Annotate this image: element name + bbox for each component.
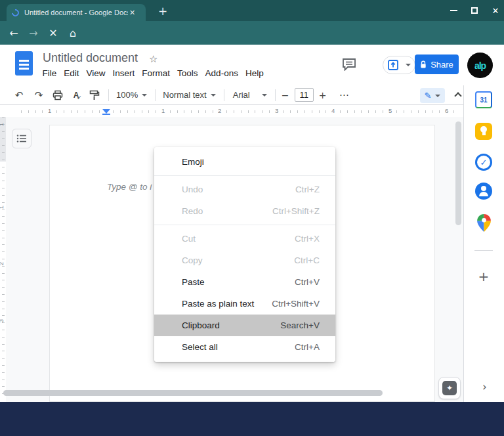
tab-close-icon[interactable]: ✕ [129, 9, 135, 17]
ruler-number: 1 [47, 107, 52, 114]
account-avatar[interactable]: alp [467, 53, 493, 78]
zoom-select[interactable]: 100% [116, 90, 138, 100]
menu-item-paste[interactable]: Paste Ctrl+V [154, 271, 335, 293]
menu-item-undo[interactable]: Undo Ctrl+Z [154, 179, 335, 200]
undo-icon[interactable]: ↶ [9, 89, 29, 101]
zoom-caret-icon[interactable] [142, 94, 147, 97]
style-caret-icon[interactable] [211, 94, 216, 97]
ruler-number: 3 [274, 107, 280, 114]
horizontal-scrollbar[interactable] [3, 390, 383, 396]
forward-icon[interactable]: → [24, 27, 43, 39]
paragraph-style-select[interactable]: Normal text [163, 90, 206, 100]
maximize-button[interactable] [469, 5, 480, 16]
font-select[interactable]: Arial [233, 90, 258, 100]
contacts-icon[interactable] [475, 183, 492, 200]
minimize-button[interactable] [448, 5, 459, 16]
window-controls: ✕ [448, 0, 501, 21]
document-title[interactable]: Untitled document [43, 51, 138, 65]
present-caret-icon [406, 64, 411, 66]
mode-caret-icon [435, 95, 440, 97]
maximize-icon [471, 7, 478, 14]
share-button[interactable]: Share [415, 54, 459, 74]
browser-titlebar: Untitled document - Google Docs ✕ + ✕ [0, 0, 504, 21]
print-icon[interactable] [49, 90, 67, 100]
side-panel: 31 ✓ + › [463, 85, 504, 402]
menu-help[interactable]: Help [242, 68, 267, 78]
collapse-panel-icon[interactable]: › [482, 380, 487, 393]
menu-item-clipboard[interactable]: Clipboard Search+V [154, 315, 335, 336]
document-outline-button[interactable] [12, 129, 32, 148]
menu-item-emoji[interactable]: Emoji [154, 151, 335, 173]
toolbar-divider [275, 89, 276, 101]
docs-toolbar: ↶ ↷ A✓ 100% Normal text Arial − 11 [0, 85, 463, 105]
menu-item-copy[interactable]: Copy Ctrl+C [154, 250, 335, 271]
tab-title: Untitled document - Google Docs [24, 9, 128, 16]
calendar-icon[interactable]: 31 [475, 91, 492, 108]
keep-icon[interactable] [475, 123, 492, 140]
spellcheck-icon[interactable]: A✓ [67, 91, 85, 100]
menu-file[interactable]: File [39, 68, 60, 78]
chromeos-screen: Untitled document - Google Docs ✕ + ✕ ← … [0, 0, 504, 436]
stop-icon[interactable]: ✕ [43, 27, 63, 39]
tasks-icon[interactable]: ✓ [475, 154, 492, 171]
menu-insert[interactable]: Insert [109, 68, 138, 78]
menu-format[interactable]: Format [138, 68, 174, 78]
close-button[interactable]: ✕ [490, 5, 501, 16]
back-icon[interactable]: ← [4, 27, 24, 39]
explore-sparkle-icon: ✦ [442, 381, 457, 395]
ruler-number: 2 [0, 262, 5, 265]
ruler-number: 4 [330, 107, 336, 114]
ruler-number: 1 [0, 123, 5, 126]
collapse-toolbar-icon[interactable] [454, 92, 461, 99]
outline-icon [16, 134, 27, 143]
paint-format-icon[interactable] [85, 90, 104, 100]
font-caret-icon[interactable] [262, 94, 267, 97]
new-tab-button[interactable]: + [155, 5, 171, 18]
more-options-icon[interactable]: ⋯ [335, 89, 354, 101]
context-menu: Emoji Undo Ctrl+Z Redo Ctrl+Shift+Z Cut … [154, 147, 335, 362]
menu-edit[interactable]: Edit [60, 68, 83, 78]
add-app-icon[interactable]: + [475, 269, 492, 284]
increase-font-size-button[interactable]: + [318, 90, 328, 100]
menu-view[interactable]: View [83, 68, 109, 78]
browser-navbar: ← → ✕ ⌂ https://docs.google.com/document… [0, 21, 504, 45]
editing-mode-button[interactable]: ✎ [420, 88, 445, 103]
panel-divider [474, 250, 493, 251]
menu-divider [154, 175, 335, 176]
docs-logo-icon[interactable] [15, 51, 33, 76]
indent-marker-bar[interactable] [102, 114, 110, 115]
menu-item-cut[interactable]: Cut Ctrl+X [154, 228, 335, 250]
font-size-input[interactable]: 11 [295, 88, 314, 102]
home-icon[interactable]: ⌂ [63, 27, 83, 39]
document-placeholder-text: Type @ to i [107, 182, 152, 192]
avatar-text: alp [474, 60, 486, 71]
toolbar-divider [224, 89, 224, 101]
ruler-number: 1 [160, 107, 166, 114]
menu-item-redo[interactable]: Redo Ctrl+Shift+Z [154, 200, 335, 222]
present-icon [388, 60, 398, 70]
star-document-icon[interactable]: ☆ [149, 53, 158, 65]
chromeos-shelf [0, 402, 504, 436]
vertical-ruler: 1 1 2 3 [0, 117, 6, 402]
menu-item-select-all[interactable]: Select all Ctrl+A [154, 336, 335, 358]
ruler-number: 6 [444, 107, 450, 114]
indent-marker[interactable] [102, 109, 110, 114]
menu-tools[interactable]: Tools [174, 68, 202, 78]
menu-item-paste-as-plain-text[interactable]: Paste as plain text Ctrl+Shift+V [154, 293, 335, 315]
browser-tab[interactable]: Untitled document - Google Docs ✕ [7, 4, 146, 21]
vertical-scrollbar[interactable] [455, 121, 461, 225]
ruler-number: 1 [0, 206, 5, 209]
horizontal-ruler: 1 1 2 3 4 5 6 [0, 105, 463, 117]
maps-icon[interactable] [477, 214, 494, 231]
present-button[interactable] [383, 56, 415, 74]
ruler-number: 2 [217, 107, 222, 114]
toolbar-divider [155, 89, 156, 101]
share-label: Share [430, 60, 453, 70]
pencil-icon: ✎ [425, 91, 432, 100]
decrease-font-size-button[interactable]: − [280, 90, 291, 100]
comments-button[interactable] [342, 58, 356, 71]
redo-icon[interactable]: ↷ [29, 89, 49, 101]
menu-addons[interactable]: Add-ons [201, 68, 242, 78]
explore-button[interactable]: ✦ [438, 377, 461, 399]
toolbar-divider [108, 89, 109, 101]
